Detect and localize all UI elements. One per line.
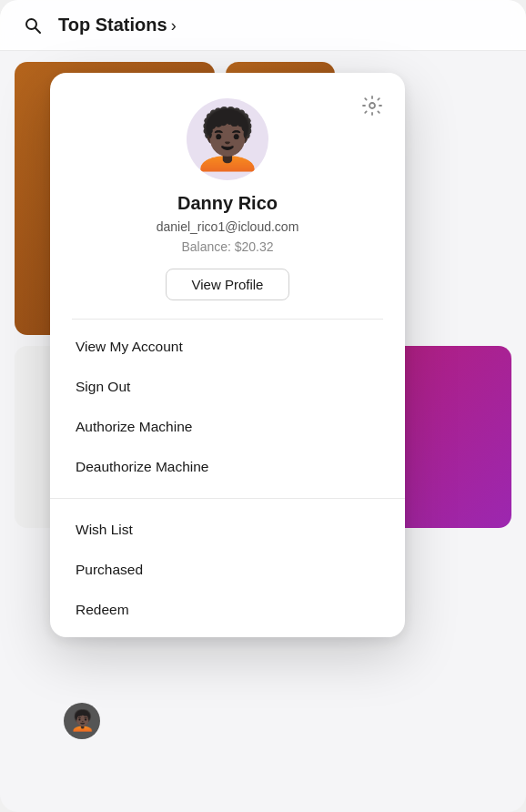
user-name: Danny Rico: [177, 193, 278, 214]
menu-section-1: View My Account Sign Out Authorize Machi…: [50, 320, 405, 494]
avatar-emoji: 🧑🏿‍🦱: [191, 110, 264, 168]
title-area: Top Stations ›: [58, 15, 177, 36]
svg-point-2: [369, 103, 375, 108]
menu-item-view-account[interactable]: View My Account: [50, 327, 405, 367]
menu-item-purchased[interactable]: Purchased: [50, 550, 405, 590]
profile-section: 🧑🏿‍🦱 Danny Rico daniel_rico1@icloud.com …: [50, 73, 405, 319]
settings-button[interactable]: [358, 91, 387, 120]
search-button[interactable]: [18, 11, 47, 40]
menu-item-sign-out[interactable]: Sign Out: [50, 367, 405, 407]
title-chevron-icon: ›: [171, 16, 177, 36]
svg-line-1: [35, 28, 40, 33]
menu-section-2: Wish List Purchased Redeem: [50, 502, 405, 637]
menu-item-authorize[interactable]: Authorize Machine: [50, 407, 405, 447]
menu-item-redeem[interactable]: Redeem: [50, 590, 405, 630]
divider-2: [50, 498, 405, 499]
menu-item-deauthorize[interactable]: Deauthorize Machine: [50, 447, 405, 487]
user-balance: Balance: $20.32: [181, 239, 273, 254]
avatar: 🧑🏿‍🦱: [187, 98, 268, 180]
profile-dropdown: 🧑🏿‍🦱 Danny Rico daniel_rico1@icloud.com …: [50, 73, 405, 637]
bottom-avatar: 🧑🏿‍🦱: [64, 703, 100, 739]
view-profile-button[interactable]: View Profile: [166, 269, 290, 300]
titlebar: Top Stations ›: [0, 0, 526, 51]
page-title: Top Stations: [58, 15, 167, 36]
user-email: daniel_rico1@icloud.com: [157, 219, 299, 234]
menu-item-wish-list[interactable]: Wish List: [50, 510, 405, 550]
